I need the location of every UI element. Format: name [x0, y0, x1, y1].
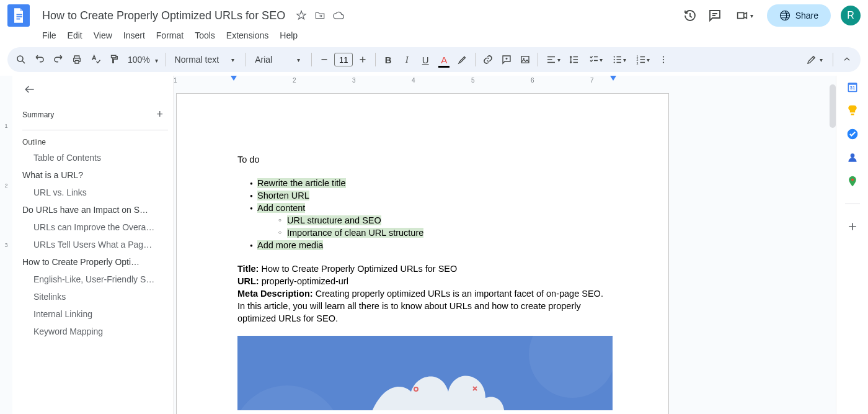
svg-point-9 — [613, 61, 614, 63]
checklist-icon[interactable]: ▾ — [584, 51, 606, 68]
line-spacing-icon[interactable] — [565, 51, 583, 68]
menu-file[interactable]: File — [37, 29, 61, 42]
svg-point-13 — [663, 56, 664, 57]
outline-item[interactable]: What is a URL? — [20, 166, 170, 184]
svg-point-4 — [17, 56, 23, 61]
outline-panel: Summary + Outline Table of ContentsWhat … — [12, 76, 174, 414]
outline-label: Outline — [20, 135, 170, 149]
bold-icon[interactable]: B — [379, 51, 397, 68]
share-button[interactable]: Share — [767, 4, 831, 27]
document-page[interactable]: To do Rewrite the article title Shorten … — [176, 93, 669, 414]
star-icon[interactable] — [295, 9, 308, 22]
print-icon[interactable] — [68, 51, 86, 68]
menu-tools[interactable]: Tools — [190, 29, 220, 42]
menu-help[interactable]: Help — [275, 29, 303, 42]
outline-item[interactable]: Do URLs have an Impact on S… — [20, 201, 170, 218]
undo-icon[interactable] — [31, 51, 48, 68]
search-icon[interactable] — [12, 51, 30, 68]
doc-title[interactable]: How to Create Properly Optimized URLs fo… — [37, 7, 290, 24]
todo-header: To do — [237, 153, 608, 166]
svg-point-7 — [613, 56, 614, 57]
font-size-input[interactable] — [334, 53, 353, 66]
insert-image-icon[interactable] — [516, 51, 534, 68]
docs-logo[interactable] — [7, 4, 30, 27]
zoom-dropdown[interactable]: 100% ▾ — [124, 55, 162, 65]
close-outline-icon[interactable] — [20, 79, 40, 99]
outline-item[interactable]: URLs can Improve the Overa… — [20, 218, 170, 236]
summary-label: Summary — [22, 110, 54, 119]
svg-rect-1 — [17, 16, 22, 17]
editing-mode-icon[interactable]: ▾ — [800, 51, 828, 68]
keep-icon[interactable] — [846, 104, 859, 117]
scrollbar[interactable] — [830, 84, 836, 128]
bullet-list-icon[interactable]: ▾ — [608, 51, 630, 68]
paint-format-icon[interactable] — [105, 51, 123, 68]
contacts-icon[interactable] — [846, 151, 859, 164]
outline-item[interactable]: Sitelinks — [20, 288, 170, 305]
horizontal-ruler[interactable]: 1 2 3 4 5 6 7 — [174, 76, 836, 87]
spellcheck-icon[interactable] — [87, 51, 104, 68]
menu-bar: File Edit View Insert Format Tools Exten… — [30, 27, 868, 43]
outline-item[interactable]: How to Create Properly Opti… — [20, 253, 170, 271]
toolbar: 100% ▾ Normal text▾ Arial▾ B I U A ▾ ▾ ▾… — [7, 47, 861, 72]
paragraph-style-dropdown[interactable]: Normal text▾ — [170, 55, 242, 65]
svg-rect-2 — [17, 19, 20, 20]
svg-point-15 — [663, 61, 664, 63]
svg-rect-5 — [521, 56, 529, 63]
increase-font-icon[interactable] — [354, 51, 371, 68]
outline-item[interactable]: Internal Linking — [20, 305, 170, 323]
more-options-icon[interactable] — [655, 51, 672, 68]
text-color-icon[interactable]: A — [435, 51, 453, 68]
tasks-icon[interactable] — [846, 128, 859, 140]
outline-item[interactable]: English-Like, User-Friendly S… — [20, 271, 170, 288]
menu-edit[interactable]: Edit — [63, 29, 87, 42]
add-addon-icon[interactable] — [846, 220, 859, 233]
italic-icon[interactable]: I — [398, 51, 415, 68]
svg-point-25 — [850, 153, 854, 158]
vertical-ruler: 123 — [0, 76, 12, 414]
maps-icon[interactable] — [846, 175, 859, 187]
outline-item[interactable]: Table of Contents — [20, 149, 170, 166]
align-icon[interactable]: ▾ — [542, 51, 564, 68]
svg-text:31: 31 — [849, 85, 854, 91]
comments-icon[interactable] — [707, 8, 722, 23]
underline-icon[interactable]: U — [417, 51, 434, 68]
link-icon[interactable] — [479, 51, 497, 68]
svg-point-8 — [613, 59, 614, 60]
calendar-icon[interactable]: 31 — [846, 81, 859, 93]
title-bar: How to Create Properly Optimized URLs fo… — [0, 0, 868, 27]
outline-item[interactable]: Keyword Mapping — [20, 323, 170, 340]
highlight-icon[interactable] — [454, 51, 471, 68]
svg-rect-23 — [851, 114, 854, 115]
svg-point-14 — [663, 59, 664, 60]
svg-rect-0 — [17, 14, 22, 16]
hero-image[interactable] — [237, 336, 613, 410]
menu-insert[interactable]: Insert — [118, 29, 150, 42]
menu-format[interactable]: Format — [151, 29, 188, 42]
menu-view[interactable]: View — [89, 29, 117, 42]
history-icon[interactable] — [683, 8, 698, 23]
font-dropdown[interactable]: Arial▾ — [250, 55, 308, 65]
redo-icon[interactable] — [50, 51, 67, 68]
move-icon[interactable] — [314, 9, 326, 22]
cloud-status-icon[interactable] — [332, 9, 345, 22]
avatar[interactable]: R — [841, 6, 861, 25]
menu-extensions[interactable]: Extensions — [221, 29, 273, 42]
numbered-list-icon[interactable]: 123▾ — [631, 51, 653, 68]
document-area: 1 2 3 4 5 6 7 To do Rewrite the article … — [174, 76, 836, 414]
hide-menus-icon[interactable] — [838, 51, 856, 68]
svg-point-26 — [851, 178, 853, 181]
outline-item[interactable]: URL vs. Links — [20, 184, 170, 201]
outline-item[interactable]: URLs Tell Users What a Pag… — [20, 236, 170, 253]
meet-icon[interactable]: ▾ — [732, 8, 757, 23]
side-panel: 31 — [836, 76, 868, 414]
svg-text:3: 3 — [636, 61, 638, 65]
add-summary-icon[interactable]: + — [156, 108, 163, 121]
decrease-font-icon[interactable] — [316, 51, 333, 68]
add-comment-icon[interactable] — [498, 51, 515, 68]
share-label: Share — [795, 11, 818, 20]
